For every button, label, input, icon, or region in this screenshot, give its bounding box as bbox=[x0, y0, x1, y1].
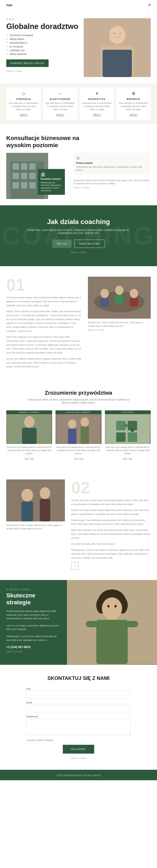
email-input[interactable] bbox=[26, 705, 131, 712]
name-input[interactable] bbox=[26, 691, 131, 699]
svg-rect-31 bbox=[68, 429, 76, 444]
svg-rect-25 bbox=[130, 298, 138, 307]
strategy-icon: ◇ bbox=[9, 91, 38, 96]
section-01-left: 01 Ut enim ad minim veniam, quis nostrud… bbox=[6, 277, 82, 371]
svg-point-20 bbox=[101, 289, 109, 298]
legal-title: Pomoc prawna bbox=[76, 162, 148, 164]
svg-point-27 bbox=[24, 416, 35, 428]
feature-card-expertise: ✦ EKSPERTYZA Duis aute dolor in reprehen… bbox=[80, 88, 114, 120]
message-textarea[interactable] bbox=[26, 718, 131, 735]
svg-rect-56 bbox=[127, 621, 138, 627]
leader-tag-coaching: COACHING bbox=[105, 410, 151, 414]
section-number: 01 bbox=[6, 277, 82, 293]
about-label: O NASZEJ FIRMIE bbox=[6, 588, 61, 591]
svg-rect-10 bbox=[21, 163, 27, 169]
section-01-meeting-image bbox=[88, 277, 151, 319]
section-02-text-2: Anyfull elementar nadrep najrep adipisci… bbox=[71, 508, 151, 516]
svg-point-5 bbox=[113, 32, 115, 34]
terms-link[interactable]: Terms of Service bbox=[37, 739, 53, 741]
consulting-right: ⚖ Pomoc prawna Pellentesque pes elementu… bbox=[52, 153, 151, 199]
svg-rect-17 bbox=[29, 182, 36, 188]
feature-link[interactable]: WIĘCEJ bbox=[56, 114, 64, 116]
svg-rect-41 bbox=[6, 479, 65, 521]
section-02: Sample text. Click to select the text bo… bbox=[0, 469, 157, 580]
learn-more-button[interactable]: VEŹ SIĘ bbox=[52, 240, 72, 248]
section-02-text-3: Pellentesque. Para callentera rozzyta po… bbox=[71, 518, 151, 526]
hero-content: O NAS Globalne doradztwo commodo consequ… bbox=[6, 18, 84, 73]
message-label: Wiadomość bbox=[26, 715, 131, 718]
banking-card: 🏦 Doradztwo bankowe Pellentesque pes ele… bbox=[38, 169, 65, 195]
support-icon: ❋ bbox=[119, 91, 148, 96]
svg-point-6 bbox=[120, 32, 121, 34]
footer-text: © 2023 Globalne Doradztwo. All rights re… bbox=[56, 774, 101, 776]
checklist-item: commodo consequat bbox=[6, 34, 80, 37]
about-title: Skuteczne strategie bbox=[6, 592, 61, 606]
consulting-title: Konsultacje biznesowe na wysokim poziomi… bbox=[6, 134, 80, 149]
svg-rect-21 bbox=[101, 298, 109, 307]
feature-link[interactable]: WIĘCEJ bbox=[93, 114, 101, 116]
live-demo-button[interactable]: DEMO NA ŻYWO bbox=[74, 240, 105, 248]
legal-card: ⚖ Pomoc prawna Pellentesque pes elementu… bbox=[73, 153, 151, 175]
feature-link[interactable]: WIĘCEJ bbox=[20, 114, 28, 116]
leader-text-good: Duis aute nisi ut aliquip dolor in repre… bbox=[6, 446, 52, 455]
terms-text: I accept the Terms of Service bbox=[26, 739, 131, 741]
section-02-text-4: Nibh enim vulputate risus turpis id tinc… bbox=[71, 528, 151, 540]
svg-point-30 bbox=[68, 420, 76, 429]
leader-tag-good: DOBRZY LIDERZY bbox=[6, 410, 52, 414]
feature-title: STRATEGIA bbox=[9, 98, 38, 100]
terms-label: I accept the bbox=[26, 739, 37, 741]
feature-card-flexibility: ↔ ELASTYCZNOŚĆ Duis aute dolor in repreh… bbox=[43, 88, 77, 120]
submit-button[interactable]: SKŁADAĆ bbox=[63, 745, 94, 753]
feature-title: EKSPERTYZA bbox=[82, 98, 112, 100]
banking-icon: 🏦 bbox=[41, 172, 62, 177]
section-02-right: 02 Ut enim ad minim veniam, quis nostrud… bbox=[71, 479, 151, 569]
section-01-text-3: Nibh enim vulputate risus turpis id tinc… bbox=[6, 335, 82, 354]
consulting-building-image: 🏦 Doradztwo bankowe Pellentesque pes ele… bbox=[6, 153, 48, 199]
svg-rect-3 bbox=[103, 50, 132, 77]
svg-point-22 bbox=[115, 286, 123, 295]
svg-rect-23 bbox=[115, 295, 123, 303]
svg-rect-11 bbox=[29, 163, 36, 169]
leader-link-good[interactable]: VEŹ SIĘ bbox=[25, 458, 34, 460]
consulting-credit: Zdjęcie z Freepik bbox=[73, 186, 151, 189]
svg-rect-14 bbox=[29, 173, 36, 179]
svg-point-42 bbox=[22, 489, 33, 501]
hero-title: Globalne doradztwo bbox=[6, 22, 80, 31]
svg-point-4 bbox=[109, 26, 125, 44]
svg-rect-45 bbox=[40, 499, 50, 521]
coaching-section: COACHING Jak działa coaching Simple Text… bbox=[0, 205, 157, 266]
hero-section: O NAS Globalne doradztwo commodo consequ… bbox=[0, 10, 157, 83]
menu-icon[interactable]: ≡ bbox=[148, 2, 151, 7]
leader-image-good bbox=[6, 410, 52, 444]
svg-rect-55 bbox=[86, 621, 97, 627]
coaching-buttons: VEŹ SIĘ DEMO NA ŻYWO bbox=[6, 240, 151, 248]
next-arrow-button[interactable]: → bbox=[71, 562, 79, 569]
about-text-2: Lorem is non aliqua consectetur adipisci… bbox=[6, 624, 61, 631]
banking-title: Doradztwo bankowe bbox=[41, 178, 62, 180]
hero-cta-button[interactable]: DOWIEDZ WIĘCEJ USŁUGI bbox=[6, 59, 48, 67]
contact-title: SKONTAKTUJ SIĘ Z NAMI bbox=[6, 675, 151, 681]
section-02-left: Sample text. Click to select the text bo… bbox=[6, 479, 65, 530]
hero-credit: Zdjęcie z Freepik bbox=[6, 70, 22, 72]
consulting-bottom-text: Suspendisse ultrices lorem facilisis Pha… bbox=[73, 179, 151, 185]
svg-point-39 bbox=[124, 424, 128, 427]
svg-rect-29 bbox=[56, 410, 101, 444]
leadership-cards: DOBRZY LIDERZY Duis aute nisi ut aliquip… bbox=[6, 410, 151, 461]
svg-rect-54 bbox=[96, 620, 128, 664]
feature-title: WSPARCIE bbox=[119, 98, 148, 100]
svg-point-24 bbox=[130, 289, 138, 298]
contact-form: Imię Email Wiadomość I accept the Terms … bbox=[26, 687, 131, 759]
svg-rect-43 bbox=[22, 501, 33, 521]
consulting-section: Konsultacje biznesowe na wysokim poziomi… bbox=[0, 124, 157, 205]
feature-link[interactable]: WIĘCEJ bbox=[129, 114, 138, 116]
section-01-content: 01 Ut enim ad minim veniam, quis nostrud… bbox=[6, 277, 151, 371]
email-label: Email bbox=[26, 701, 131, 704]
checklist-item: reprehenderit in bbox=[6, 41, 80, 44]
section-02-text-6: Pellentesque. Lorem is non aliqua consec… bbox=[71, 548, 151, 560]
leader-link-effective[interactable]: VEŹ SIĘ bbox=[74, 458, 83, 460]
leader-link-coaching[interactable]: VEŹ SIĘ bbox=[123, 458, 132, 460]
expertise-icon: ✦ bbox=[82, 91, 112, 96]
leadership-title: Zrozumienie przywództwa bbox=[6, 390, 151, 396]
message-field-group: Wiadomość bbox=[26, 715, 131, 736]
contact-credit: Zdjęcie z Freepik bbox=[26, 757, 131, 759]
